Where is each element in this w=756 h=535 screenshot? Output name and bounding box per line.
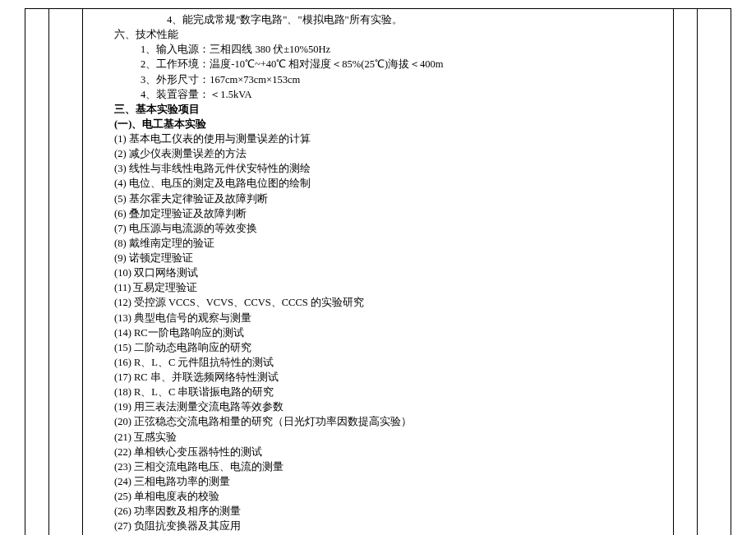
spec-line: 4、装置容量：＜1.5kVA — [88, 87, 668, 102]
experiment-item: (13) 典型电信号的观察与测量 — [88, 311, 668, 325]
experiment-item: (15) 二阶动态电路响应的研究 — [88, 340, 668, 355]
experiment-item: (9) 诺顿定理验证 — [88, 251, 668, 265]
experiment-item: (1) 基本电工仪表的使用与测量误差的计算 — [88, 131, 668, 146]
experiment-item: (14) RC一阶电路响应的测试 — [88, 325, 668, 340]
experiment-item: (11) 互易定理验证 — [88, 280, 668, 295]
col-4 — [674, 9, 698, 536]
experiment-item: (27) 负阻抗变换器及其应用 — [88, 519, 668, 533]
col-5 — [698, 9, 731, 536]
experiment-item: (12) 受控源 VCCS、VCVS、CCVS、CCCS 的实验研究 — [88, 295, 668, 310]
spec-line: 3、外形尺寸：167cm×73cm×153cm — [88, 72, 668, 87]
experiment-item: (19) 用三表法测量交流电路等效参数 — [88, 399, 668, 414]
experiment-item: (7) 电压源与电流源的等效变换 — [88, 221, 668, 236]
col-2 — [49, 9, 83, 536]
col-1 — [25, 9, 49, 536]
experiment-item: (4) 电位、电压的测定及电路电位图的绘制 — [88, 176, 668, 191]
section-basic-experiments-title: 三、基本实验项目 — [88, 102, 668, 117]
subsection-electrical-title: (一)、电工基本实验 — [88, 117, 668, 131]
section-tech-spec-title: 六、技术性能 — [88, 27, 668, 42]
line-item: 4、能完成常规"数字电路"、"模拟电路"所有实验。 — [88, 12, 668, 27]
experiment-item: (20) 正弦稳态交流电路相量的研究（日光灯功率因数提高实验） — [88, 414, 668, 429]
experiment-item: (2) 减少仪表测量误差的方法 — [88, 146, 668, 161]
main-content: 4、能完成常规"数字电路"、"模拟电路"所有实验。 六、技术性能 1、输入电源：… — [83, 9, 673, 535]
experiment-item: (24) 三相电路功率的测量 — [88, 474, 668, 489]
experiment-item: (26) 功率因数及相序的测量 — [88, 504, 668, 519]
experiment-item: (25) 单相电度表的校验 — [88, 489, 668, 504]
document-page: 4、能完成常规"数字电路"、"模拟电路"所有实验。 六、技术性能 1、输入电源：… — [0, 0, 756, 535]
experiment-item: (21) 互感实验 — [88, 430, 668, 445]
spec-line: 1、输入电源：三相四线 380 伏±10%50Hz — [88, 42, 668, 57]
experiment-item: (17) RC 串、并联选频网络特性测试 — [88, 370, 668, 385]
experiment-item: (3) 线性与非线性电路元件伏安特性的测绘 — [88, 161, 668, 176]
experiment-item: (5) 基尔霍夫定律验证及故障判断 — [88, 191, 668, 206]
layout-table: 4、能完成常规"数字电路"、"模拟电路"所有实验。 六、技术性能 1、输入电源：… — [25, 8, 731, 535]
experiment-item: (6) 叠加定理验证及故障判断 — [88, 206, 668, 221]
experiment-item: (16) R、L、C 元件阻抗特性的测试 — [88, 355, 668, 370]
spec-line: 2、工作环境：温度-10℃~+40℃ 相对湿度＜85%(25℃)海拔＜400m — [88, 57, 668, 71]
col-main: 4、能完成常规"数字电路"、"模拟电路"所有实验。 六、技术性能 1、输入电源：… — [83, 9, 674, 536]
experiment-item: (18) R、L、C 串联谐振电路的研究 — [88, 385, 668, 399]
experiment-item: (23) 三相交流电路电压、电流的测量 — [88, 459, 668, 474]
experiment-item: (10) 双口网络测试 — [88, 265, 668, 280]
experiment-item: (22) 单相铁心变压器特性的测试 — [88, 445, 668, 459]
experiment-item: (8) 戴维南定理的验证 — [88, 236, 668, 251]
